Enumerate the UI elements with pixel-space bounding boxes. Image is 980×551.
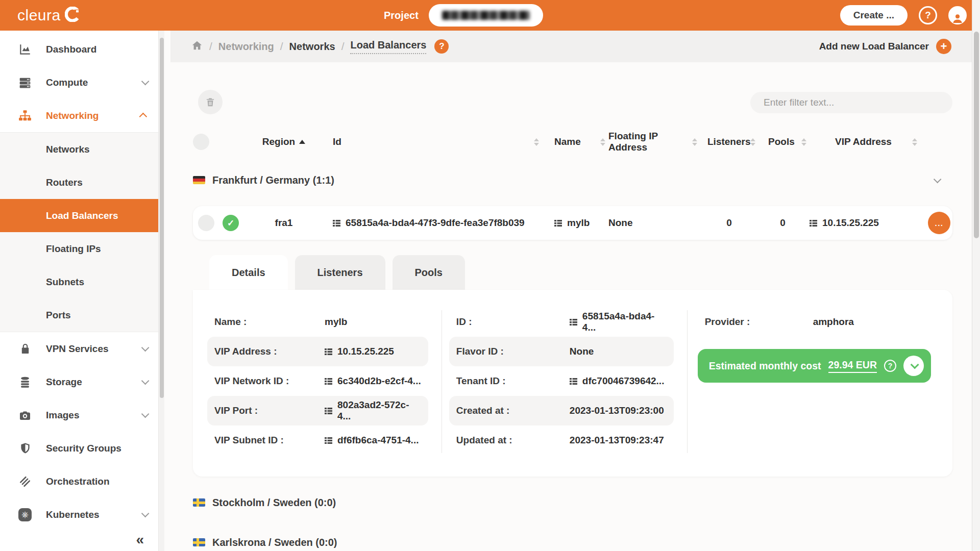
project-name-pill[interactable] bbox=[429, 4, 543, 27]
add-load-balancer-button[interactable]: Add new Load Balancer + bbox=[819, 39, 951, 54]
column-header-listeners[interactable]: Listeners bbox=[702, 136, 756, 147]
sidebar-item-label: Kubernetes bbox=[46, 509, 100, 520]
copy-name-icon[interactable] bbox=[554, 220, 562, 227]
detail-row-created-at: Created at : 2023-01-13T09:23:00 bbox=[449, 396, 674, 425]
help-icon[interactable]: ? bbox=[919, 6, 937, 24]
breadcrumb-networking[interactable]: Networking bbox=[218, 41, 274, 53]
column-header-floating-ip[interactable]: Floating IP Address bbox=[605, 131, 702, 153]
sort-ascending-icon bbox=[299, 140, 305, 144]
server-icon bbox=[18, 76, 32, 89]
filter-input[interactable] bbox=[750, 92, 952, 113]
sidebar-subitem-load-balancers[interactable]: Load Balancers bbox=[0, 199, 164, 232]
layers-icon bbox=[18, 475, 32, 488]
row-actions-button[interactable]: ... bbox=[928, 212, 950, 234]
sidebar-subitem-networks[interactable]: Networks bbox=[0, 133, 164, 166]
breadcrumb-networks[interactable]: Networks bbox=[289, 41, 335, 53]
copy-icon[interactable] bbox=[325, 348, 332, 355]
sidebar-item-kubernetes[interactable]: ⎈ Kubernetes bbox=[0, 498, 164, 531]
region-group-frankfurt[interactable]: Frankfurt / Germany (1:1) bbox=[193, 167, 952, 193]
sidebar-item-orchestration[interactable]: Orchestration bbox=[0, 465, 164, 498]
cost-expand-button[interactable] bbox=[903, 356, 924, 376]
chevron-down-icon bbox=[141, 377, 150, 385]
project-selector: Project bbox=[384, 0, 543, 31]
shield-icon bbox=[18, 442, 32, 454]
sidebar-subitem-subnets[interactable]: Subnets bbox=[0, 265, 164, 298]
column-header-id[interactable]: Id bbox=[314, 136, 539, 147]
copy-vip-icon[interactable] bbox=[810, 220, 817, 227]
sidebar-item-images[interactable]: Images bbox=[0, 398, 164, 432]
sidebar-item-security-groups[interactable]: Security Groups bbox=[0, 432, 164, 465]
row-floating-ip: None bbox=[605, 217, 702, 229]
copy-icon[interactable] bbox=[325, 378, 332, 385]
region-group-karlskrona[interactable]: Karlskrona / Sweden (0:0) bbox=[193, 530, 952, 551]
sidebar-item-label: Images bbox=[46, 410, 79, 421]
copy-icon[interactable] bbox=[570, 378, 577, 385]
sort-icon[interactable] bbox=[692, 138, 697, 146]
row-checkbox[interactable] bbox=[193, 215, 223, 231]
main-content: / Networking / Networks / Load Balancers… bbox=[170, 31, 972, 551]
sidebar-subitem-ports[interactable]: Ports bbox=[0, 298, 164, 332]
sort-icon[interactable] bbox=[912, 138, 917, 146]
chevron-down-icon[interactable] bbox=[934, 175, 942, 183]
sidebar-item-label: Networking bbox=[46, 110, 99, 121]
sidebar-collapse-button[interactable]: « bbox=[136, 532, 144, 548]
sidebar-item-label: Security Groups bbox=[46, 443, 121, 454]
sort-icon[interactable] bbox=[801, 138, 806, 146]
details-column-left: Name : mylb VIP Address : 10.15.25.225 V… bbox=[193, 307, 442, 477]
sidebar-item-label: Dashboard bbox=[46, 44, 96, 55]
sitemap-icon bbox=[18, 109, 32, 122]
sort-icon[interactable] bbox=[750, 138, 755, 146]
row-pools-count: 0 bbox=[756, 217, 810, 229]
column-header-name[interactable]: Name bbox=[539, 136, 605, 147]
networking-submenu: Networks Routers Load Balancers Floating… bbox=[0, 132, 164, 332]
column-header-pools[interactable]: Pools bbox=[756, 136, 810, 147]
copy-icon[interactable] bbox=[325, 408, 332, 414]
sort-icon[interactable] bbox=[534, 138, 539, 146]
sidebar-item-storage[interactable]: Storage bbox=[0, 365, 164, 398]
create-button[interactable]: Create ... bbox=[840, 5, 908, 26]
user-account-icon[interactable] bbox=[948, 6, 967, 24]
home-icon[interactable] bbox=[191, 40, 203, 53]
page-help-icon[interactable]: ? bbox=[434, 39, 449, 54]
sort-icon[interactable] bbox=[600, 138, 605, 146]
column-header-vip-address[interactable]: VIP Address bbox=[810, 136, 919, 147]
sidebar-item-dashboard[interactable]: Dashboard bbox=[0, 33, 164, 66]
copy-id-icon[interactable] bbox=[333, 220, 340, 227]
tab-listeners[interactable]: Listeners bbox=[295, 255, 385, 290]
detail-row-name: Name : mylb bbox=[207, 307, 428, 337]
sidebar-subitem-floating-ips[interactable]: Floating IPs bbox=[0, 232, 164, 265]
sidebar: Dashboard Compute Networking Networks Ro… bbox=[0, 31, 164, 551]
tab-details[interactable]: Details bbox=[209, 255, 288, 290]
details-column-middle: ID : 65815a4a-bda4-4... Flavor ID : None… bbox=[442, 307, 687, 477]
column-header-region[interactable]: Region bbox=[253, 136, 314, 147]
detail-tabs: Details Listeners Pools bbox=[209, 255, 465, 290]
chevron-down-icon bbox=[141, 344, 150, 352]
load-balancer-row[interactable]: ✓ fra1 65815a4a-bda4-47f3-9dfe-fea3e7f8b… bbox=[193, 206, 952, 240]
kubernetes-icon: ⎈ bbox=[18, 508, 32, 521]
sidebar-scrollbar-thumb[interactable] bbox=[160, 38, 164, 398]
copy-icon[interactable] bbox=[325, 437, 332, 444]
detail-row-vip-port: VIP Port : 802a3ad2-572c-4... bbox=[207, 396, 428, 425]
sidebar-subitem-routers[interactable]: Routers bbox=[0, 166, 164, 199]
logo-text: cleura bbox=[17, 7, 61, 24]
delete-selected-button[interactable] bbox=[198, 90, 223, 114]
sidebar-item-networking[interactable]: Networking bbox=[0, 99, 164, 132]
sidebar-item-compute[interactable]: Compute bbox=[0, 66, 164, 99]
cost-amount[interactable]: 29.94 EUR bbox=[828, 359, 877, 373]
region-group-stockholm[interactable]: Stockholm / Sweden (0:0) bbox=[193, 490, 952, 515]
sidebar-item-vpn-services[interactable]: VPN Services bbox=[0, 332, 164, 365]
app-window: cleura Project Create ... ? bbox=[0, 0, 980, 551]
germany-flag-icon bbox=[193, 176, 205, 184]
detail-row-vip-subnet-id: VIP Subnet ID : df6fb6ca-4751-4... bbox=[207, 425, 428, 455]
details-panel: Name : mylb VIP Address : 10.15.25.225 V… bbox=[193, 290, 952, 477]
sidebar-item-label: Compute bbox=[46, 77, 88, 88]
page-scrollbar-thumb[interactable] bbox=[974, 32, 979, 238]
tab-pools[interactable]: Pools bbox=[393, 255, 465, 290]
dashboard-chart-icon bbox=[18, 43, 32, 56]
detail-row-id: ID : 65815a4a-bda4-4... bbox=[449, 307, 674, 337]
project-name-redacted bbox=[442, 11, 530, 20]
chevron-down-icon bbox=[141, 78, 150, 86]
select-all-checkbox[interactable] bbox=[193, 134, 223, 150]
copy-icon[interactable] bbox=[570, 319, 577, 325]
cost-help-icon[interactable]: ? bbox=[884, 360, 896, 372]
